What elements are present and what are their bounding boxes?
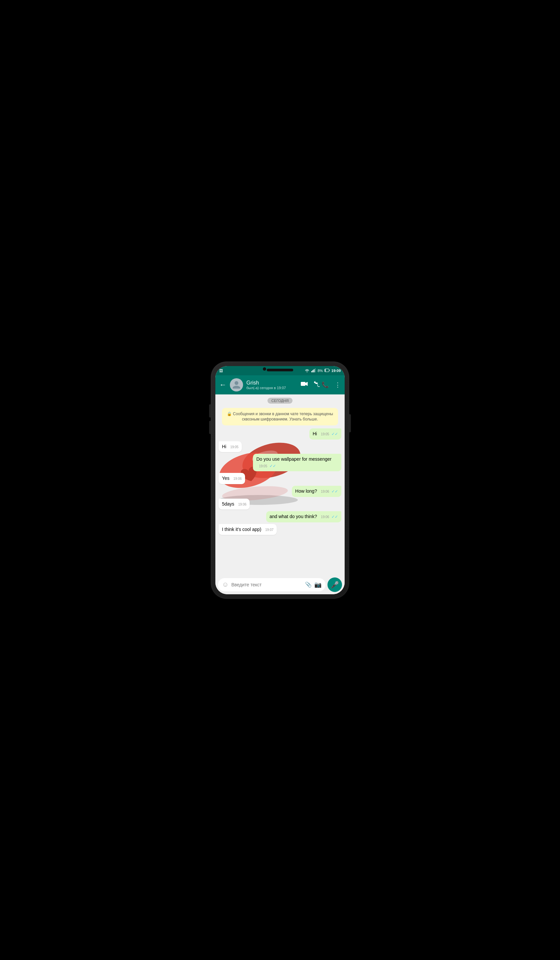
contact-info: Grish был(-а) сегодня в 19:07 [246, 380, 298, 390]
message-row: I think it's cool app) 19:07 [219, 524, 341, 535]
message-row: Hi 19:05 [219, 441, 341, 453]
mic-icon: 🎤 [331, 581, 339, 589]
read-receipt: ✓✓ [331, 489, 338, 494]
encryption-text: Сообщения и звонки в данном чате теперь … [233, 411, 333, 422]
read-receipt: ✓✓ [331, 432, 338, 436]
volume-up-button[interactable] [209, 404, 211, 418]
more-options-button[interactable]: ⋮ [335, 381, 341, 389]
date-label: СЕГОДНЯ [267, 398, 293, 404]
camera-button[interactable]: 📷 [314, 581, 322, 588]
read-receipt: ✓✓ [331, 514, 338, 519]
message-bubble-received: Yes 19:06 [219, 473, 245, 484]
message-row: and what do you think? 19:06 ✓✓ [219, 511, 341, 522]
video-call-button[interactable] [301, 381, 308, 388]
status-right: 8% 19:09 [304, 368, 341, 373]
message-text: and what do you think? [269, 514, 317, 519]
message-input[interactable] [231, 582, 302, 587]
power-button[interactable] [349, 414, 351, 432]
svg-rect-7 [301, 382, 306, 386]
message-time: 19:05 [259, 464, 267, 469]
message-time: 19:06 [238, 502, 246, 507]
message-row: 5days 19:06 [219, 499, 341, 510]
input-bar: ☺ 📎 📷 🎤 [215, 575, 345, 594]
message-bubble-received: Hi 19:05 [219, 441, 242, 453]
message-row: Yes 19:06 [219, 473, 341, 484]
status-time: 19:09 [331, 369, 341, 373]
message-text: 5days [222, 501, 234, 507]
phone-call-button[interactable]: 📞 [314, 381, 329, 389]
phone-speaker [267, 369, 293, 371]
emoji-button[interactable]: ☺ [222, 581, 229, 588]
header-icons: 📞 ⋮ [301, 381, 341, 389]
input-field-wrap: ☺ 📎 📷 [218, 578, 325, 591]
attachment-button[interactable]: 📎 [305, 581, 312, 588]
back-button[interactable]: ← [219, 381, 227, 389]
battery-icon [325, 369, 330, 373]
message-text: Hi [222, 444, 226, 449]
battery-percent: 8% [318, 369, 323, 373]
lock-icon: 🔒 [227, 411, 232, 416]
message-text: How long? [295, 488, 317, 494]
message-row: Do you use wallpaper for messenger 19:05… [219, 454, 341, 471]
message-time: 19:05 [230, 445, 238, 450]
message-bubble-sent: Hi 19:05 ✓✓ [309, 429, 341, 440]
contact-name: Grish [246, 380, 298, 386]
signal-icon [311, 368, 316, 373]
chat-area: СЕГОДНЯ 🔒 Сообщения и звонки в данном ча… [215, 394, 345, 575]
mic-button[interactable]: 🎤 [328, 578, 342, 592]
message-time: 19:06 [321, 490, 329, 494]
wifi-icon [304, 368, 310, 373]
message-row: How long? 19:06 ✓✓ [219, 486, 341, 497]
message-time: 19:06 [234, 477, 242, 481]
phone-device: 🖼 [211, 362, 349, 599]
phone-screen: 🖼 [215, 366, 345, 594]
message-bubble-received: I think it's cool app) 19:07 [219, 524, 277, 535]
avatar [230, 378, 243, 392]
message-time: 19:07 [265, 528, 274, 532]
encryption-notice: 🔒 Сообщения и звонки в данном чате тепер… [222, 408, 338, 426]
status-left: 🖼 [219, 369, 223, 373]
message-bubble-received: 5days 19:06 [219, 499, 250, 510]
svg-rect-4 [315, 368, 315, 372]
message-time: 19:06 [321, 515, 329, 519]
message-bubble-sent: How long? 19:06 ✓✓ [292, 486, 341, 497]
read-receipt: ✓✓ [269, 464, 276, 468]
phone-camera [263, 367, 266, 371]
message-text: Do you use wallpaper for messenger [256, 456, 331, 462]
svg-rect-6 [325, 369, 325, 371]
volume-down-button[interactable] [209, 421, 211, 434]
person-icon [232, 380, 241, 389]
message-text: Hi [313, 431, 317, 436]
svg-point-0 [307, 372, 307, 372]
notification-icon: 🖼 [219, 369, 223, 373]
chat-content: СЕГОДНЯ 🔒 Сообщения и звонки в данном ча… [219, 398, 341, 535]
contact-status: был(-а) сегодня в 19:07 [246, 386, 298, 390]
message-row: Hi 19:05 ✓✓ [219, 429, 341, 440]
message-time: 19:05 [321, 432, 329, 437]
message-text: I think it's cool app) [222, 526, 261, 532]
svg-rect-3 [314, 369, 315, 372]
message-bubble-sent: Do you use wallpaper for messenger 19:05… [253, 454, 341, 471]
chat-header: ← Grish был(-а) сегодня в 19:07 [215, 375, 345, 394]
svg-rect-1 [311, 371, 312, 372]
message-bubble-sent: and what do you think? 19:06 ✓✓ [266, 511, 341, 522]
message-text: Yes [222, 475, 230, 481]
svg-rect-2 [312, 370, 313, 372]
